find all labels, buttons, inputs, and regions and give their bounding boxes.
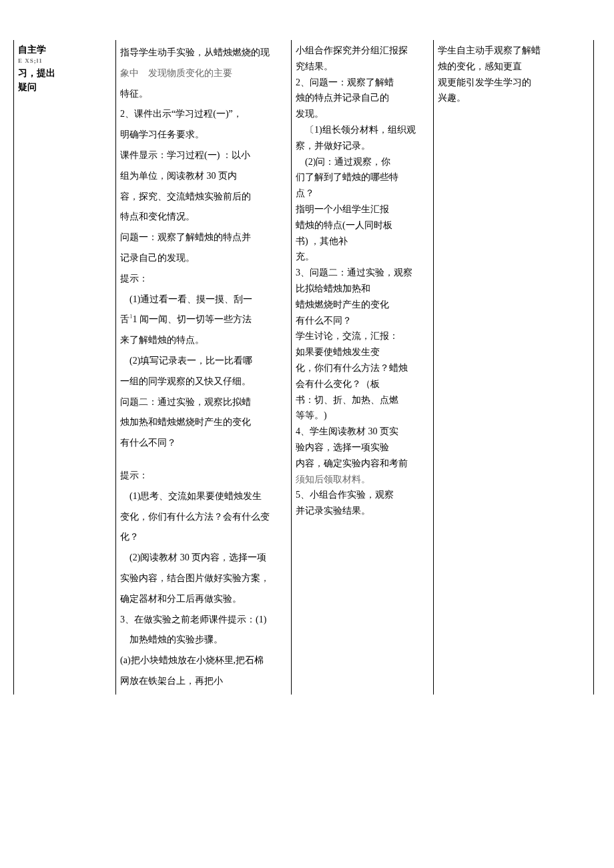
label-line-3: 疑问	[18, 80, 111, 94]
label-line-2: 习，提出	[18, 66, 111, 80]
text-line: 5、小组合作实验，观察	[296, 487, 429, 503]
text-line: 变化，你们有什么方法？会有什么变	[120, 507, 287, 528]
text-line: 网放在铁架台上，再把小	[120, 671, 287, 692]
text-line: 指明一个小组学生汇报	[296, 201, 429, 218]
text-line: 充。	[296, 249, 429, 265]
text-line: 书) ，其他补	[296, 234, 429, 250]
text-line: 并记录实验结果。	[296, 503, 429, 519]
text-line: 化，你们有什么方法？蜡烛	[296, 360, 429, 376]
table-row: 自主学 E XS;l1 习，提出 疑问 指导学生动手实验，从蜡烛燃烧的现 象中 …	[14, 40, 594, 695]
label-line-1: 自主学	[18, 43, 111, 57]
text-line: (2)填写记录表一，比一比看哪	[120, 351, 287, 372]
text-line: 确定器材和分工后再做实验。	[120, 589, 287, 610]
text-line: 如果要使蜡烛发生变	[296, 344, 429, 360]
text-line: 观更能引发学生学习的	[438, 75, 589, 91]
design-intent-cell: 学生自主动手观察了解蜡 烛的变化，感知更直 观更能引发学生学习的 兴趣。	[434, 40, 594, 695]
text-fragment: 舌	[120, 314, 129, 324]
text-line: 课件显示：学习过程(一) ：以小	[120, 145, 287, 166]
text-line: 问题一：观察了解蜡烛的特点并	[120, 228, 287, 248]
text-line: 学生自主动手观察了解蜡	[438, 43, 589, 59]
text-line: 发现。	[296, 106, 429, 122]
text-line: 3、问题二：通过实验，观察	[296, 265, 429, 281]
text-fragment: 1 闻一闻、切一切等一些方法	[133, 314, 252, 324]
text-line: 指导学生动手实验，从蜡烛燃烧的现	[120, 43, 287, 63]
text-line: 内容，确定实验内容和考前	[296, 456, 429, 472]
text-line: 烛加热和蜡烛燃烧时产生的变化	[120, 412, 287, 433]
text-line: 一组的同学观察的又快又仔细。	[120, 372, 287, 392]
text-line: 来了解蜡烛的特点。	[120, 330, 287, 351]
text-line: 兴趣。	[438, 90, 589, 106]
text-line: 比拟给蜡烛加热和	[296, 281, 429, 297]
text-line: (2)阅读教材 30 页内容，选择一项	[120, 548, 287, 568]
text-line: 烛的特点并记录自己的	[296, 90, 429, 106]
text-line: 2、问题一：观察了解蜡	[296, 75, 429, 91]
text-line: 提示：	[120, 466, 287, 486]
document-page: 自主学 E XS;l1 习，提出 疑问 指导学生动手实验，从蜡烛燃烧的现 象中 …	[0, 0, 614, 868]
text-line: 〔1)组长领分材料，组织观	[296, 122, 429, 138]
text-line: 察，并做好记录。	[296, 138, 429, 154]
text-line: 4、学生阅读教材 30 页实	[296, 424, 429, 440]
text-line: 们了解到了蜡烛的哪些特	[296, 169, 429, 185]
text-line: 提示：	[120, 269, 287, 290]
text-line: 特征。	[120, 84, 287, 105]
text-line: (2)问：通过观察，你	[296, 154, 429, 170]
text-line: (a)把小块蜡烛放在小烧杯里,把石棉	[120, 650, 287, 671]
text-line: 蜡烛的特点(一人同时板	[296, 218, 429, 234]
text-line: 明确学习任务要求。	[120, 125, 287, 145]
text-line-faded: 象中 发现物质变化的主要	[120, 63, 287, 84]
label-tiny-note: E XS;l1	[18, 57, 111, 66]
text-line: 容，探究、交流蜡烛实验前后的	[120, 187, 287, 207]
spacer	[120, 454, 287, 466]
text-line: 烛的变化，感知更直	[438, 59, 589, 75]
text-line: 舌11 闻一闻、切一切等一些方法	[120, 310, 287, 330]
text-line: 问题二：通过实验，观察比拟蜡	[120, 392, 287, 413]
text-line: 蜡烛燃烧时产生的变化	[296, 297, 429, 313]
text-line: 验内容，选择一项实验	[296, 440, 429, 456]
text-line: 小组合作探究并分组汇报探	[296, 43, 429, 59]
text-line: 实验内容，结合图片做好实验方案，	[120, 568, 287, 589]
text-line: (1)思考、交流如果要使蜡烛发生	[120, 486, 287, 507]
text-line: 3、在做实验之前老师课件提示：(1)	[120, 610, 287, 630]
text-line: 组为单位，阅读教材 30 页内	[120, 166, 287, 187]
text-line: 有什么不同？	[120, 433, 287, 454]
text-line: 会有什么变化？（板	[296, 376, 429, 392]
section-label-cell: 自主学 E XS;l1 习，提出 疑问	[14, 40, 116, 695]
text-line: (1)通过看一看、摸一摸、刮一	[120, 290, 287, 310]
text-line: 记录自己的发现。	[120, 248, 287, 269]
text-line: 究结果。	[296, 59, 429, 75]
text-line: 点？	[296, 185, 429, 201]
text-line: 特点和变化情况。	[120, 207, 287, 228]
text-line: 加热蜡烛的实验步骤。	[120, 630, 287, 650]
text-line-faded: 须知后领取材料。	[296, 472, 429, 488]
teacher-activity-cell: 指导学生动手实验，从蜡烛燃烧的现 象中 发现物质变化的主要 特征。 2、课件出示…	[116, 40, 292, 695]
text-line: 学生讨论，交流，汇报：	[296, 328, 429, 344]
text-line: 等等。)	[296, 408, 429, 424]
lesson-plan-table: 自主学 E XS;l1 习，提出 疑问 指导学生动手实验，从蜡烛燃烧的现 象中 …	[13, 40, 594, 695]
student-activity-cell: 小组合作探究并分组汇报探 究结果。 2、问题一：观察了解蜡 烛的特点并记录自己的…	[292, 40, 434, 695]
text-line: 有什么不同？	[296, 313, 429, 329]
text-line: 书：切、折、加热、点燃	[296, 392, 429, 408]
text-line: 化？	[120, 527, 287, 548]
text-line: 2、课件出示“学习过程(一)”，	[120, 104, 287, 125]
